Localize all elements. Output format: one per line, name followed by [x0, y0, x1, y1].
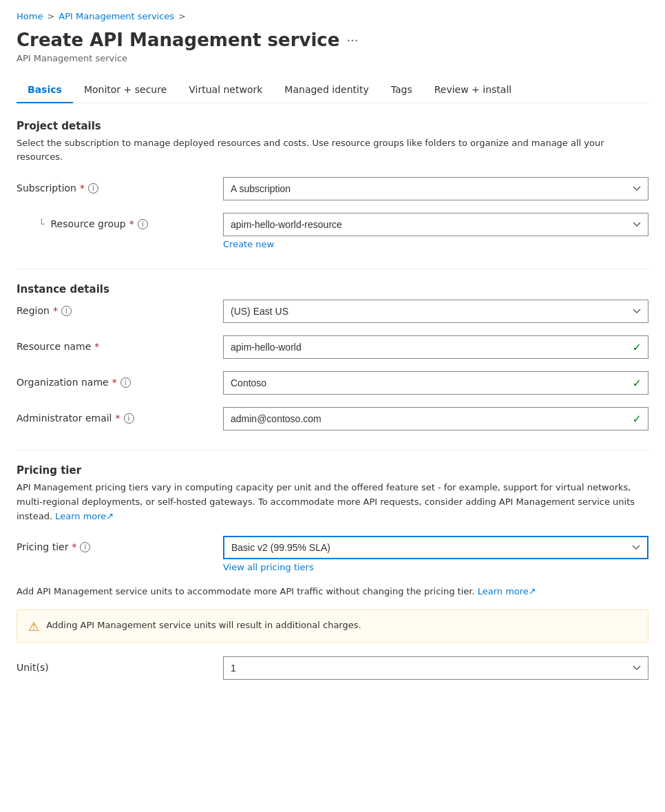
resource-name-field-row: Resource name * ✓ — [17, 335, 648, 359]
admin-email-input-wrapper: ✓ — [223, 407, 648, 430]
organization-name-input[interactable] — [223, 371, 648, 395]
tab-review[interactable]: Review + install — [423, 77, 523, 103]
units-description: Add API Management service units to acco… — [17, 585, 648, 598]
subscription-control: A subscription — [223, 177, 648, 200]
resource-name-check-icon: ✓ — [633, 341, 642, 354]
resource-group-required: * — [129, 218, 134, 229]
units-field-row: Unit(s) 1 — [17, 656, 648, 680]
region-field-row: Region * i (US) East US — [17, 300, 648, 323]
admin-email-label: Administrator email * i — [17, 407, 223, 424]
units-select[interactable]: 1 — [223, 656, 648, 680]
breadcrumb: Home > API Management services > — [17, 11, 648, 21]
project-details-description: Select the subscription to manage deploy… — [17, 136, 648, 163]
view-pricing-link[interactable]: View all pricing tiers — [223, 562, 314, 572]
region-control: (US) East US — [223, 300, 648, 323]
organization-name-field-row: Organization name * i ✓ — [17, 371, 648, 395]
units-learn-more-link[interactable]: Learn more↗ — [478, 586, 536, 596]
instance-details-section: Instance details Region * i (US) East US… — [17, 283, 648, 430]
organization-name-control: ✓ — [223, 371, 648, 395]
tab-vnet[interactable]: Virtual network — [178, 77, 273, 103]
tab-managed-identity[interactable]: Managed identity — [273, 77, 379, 103]
pricing-tier-select[interactable]: Basic v2 (99.95% SLA) — [223, 536, 648, 559]
subscription-required: * — [80, 183, 85, 194]
breadcrumb-home[interactable]: Home — [17, 11, 43, 21]
resource-name-control: ✓ — [223, 335, 648, 359]
resource-group-label: └ Resource group * i — [17, 213, 223, 229]
admin-email-field-row: Administrator email * i ✓ — [17, 407, 648, 430]
tab-bar: Basics Monitor + secure Virtual network … — [17, 77, 648, 103]
tab-tags[interactable]: Tags — [380, 77, 423, 103]
pricing-tier-label: Pricing tier * i — [17, 536, 223, 552]
project-details-title: Project details — [17, 120, 648, 132]
more-options-button[interactable]: ··· — [346, 33, 358, 48]
warning-icon: ⚠ — [28, 619, 39, 634]
pricing-tier-description: API Management pricing tiers vary in com… — [17, 481, 648, 523]
admin-email-check-icon: ✓ — [633, 413, 642, 426]
subscription-select[interactable]: A subscription — [223, 177, 648, 200]
resource-name-input-wrapper: ✓ — [223, 335, 648, 359]
divider-1 — [17, 269, 648, 269]
resource-name-label: Resource name * — [17, 335, 223, 352]
create-new-link[interactable]: Create new — [223, 239, 274, 249]
pricing-tier-field-row: Pricing tier * i Basic v2 (99.95% SLA) V… — [17, 536, 648, 572]
pricing-tier-info-icon[interactable]: i — [80, 542, 90, 552]
pricing-learn-more-link[interactable]: Learn more↗ — [55, 511, 114, 521]
pricing-tier-control: Basic v2 (99.95% SLA) View all pricing t… — [223, 536, 648, 572]
project-details-section: Project details Select the subscription … — [17, 120, 648, 249]
resource-group-field-row: └ Resource group * i apim-hello-world-re… — [17, 213, 648, 249]
pricing-tier-section: Pricing tier API Management pricing tier… — [17, 464, 648, 680]
subscription-info-icon[interactable]: i — [88, 183, 98, 194]
subscription-label: Subscription * i — [17, 177, 223, 194]
resource-name-required: * — [94, 341, 99, 352]
admin-email-input[interactable] — [223, 407, 648, 430]
organization-name-required: * — [112, 377, 117, 388]
warning-box: ⚠ Adding API Management service units wi… — [17, 610, 648, 643]
region-label: Region * i — [17, 300, 223, 316]
organization-name-input-wrapper: ✓ — [223, 371, 648, 395]
page-title: Create API Management service ··· — [17, 30, 648, 50]
admin-email-info-icon[interactable]: i — [124, 413, 134, 424]
page-title-text: Create API Management service — [17, 30, 339, 50]
pricing-tier-required: * — [72, 541, 76, 552]
region-info-icon[interactable]: i — [61, 306, 72, 316]
organization-name-info-icon[interactable]: i — [120, 377, 131, 388]
breadcrumb-api-management[interactable]: API Management services — [59, 11, 174, 21]
pricing-tier-title: Pricing tier — [17, 464, 648, 477]
tab-monitor[interactable]: Monitor + secure — [73, 77, 178, 103]
resource-group-control: apim-hello-world-resource Create new — [223, 213, 648, 249]
divider-2 — [17, 450, 648, 450]
breadcrumb-sep2: > — [178, 11, 186, 21]
admin-email-required: * — [116, 413, 120, 424]
warning-text: Adding API Management service units will… — [46, 618, 361, 632]
page-subtitle: API Management service — [17, 53, 648, 63]
region-select[interactable]: (US) East US — [223, 300, 648, 323]
resource-name-input[interactable] — [223, 335, 648, 359]
organization-name-check-icon: ✓ — [633, 377, 642, 390]
breadcrumb-sep1: > — [47, 11, 54, 21]
instance-details-title: Instance details — [17, 283, 648, 295]
units-label: Unit(s) — [17, 656, 223, 673]
units-control: 1 — [223, 656, 648, 680]
region-required: * — [53, 305, 58, 316]
organization-name-label: Organization name * i — [17, 371, 223, 388]
admin-email-control: ✓ — [223, 407, 648, 430]
resource-group-info-icon[interactable]: i — [138, 219, 148, 229]
subscription-field-row: Subscription * i A subscription — [17, 177, 648, 200]
resource-group-select[interactable]: apim-hello-world-resource — [223, 213, 648, 236]
tab-basics[interactable]: Basics — [17, 77, 73, 103]
